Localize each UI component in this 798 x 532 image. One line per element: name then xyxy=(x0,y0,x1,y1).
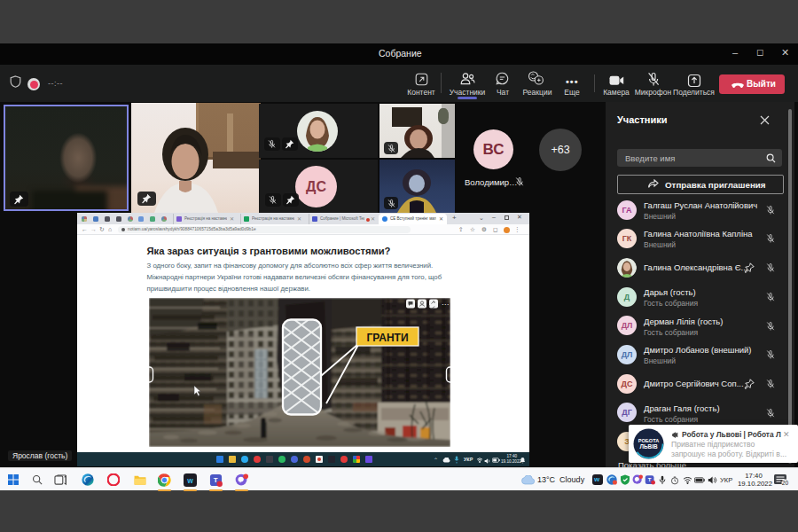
svg-text:РОБОТА: РОБОТА xyxy=(638,437,659,442)
svg-text:ЛЬВІВ: ЛЬВІВ xyxy=(639,443,657,450)
svg-text:20: 20 xyxy=(782,480,789,486)
svg-text:⋯: ⋯ xyxy=(442,301,449,309)
svg-text:T: T xyxy=(648,477,652,482)
svg-text:ГРАНТИ: ГРАНТИ xyxy=(366,332,408,344)
svg-text:w: w xyxy=(186,476,193,485)
